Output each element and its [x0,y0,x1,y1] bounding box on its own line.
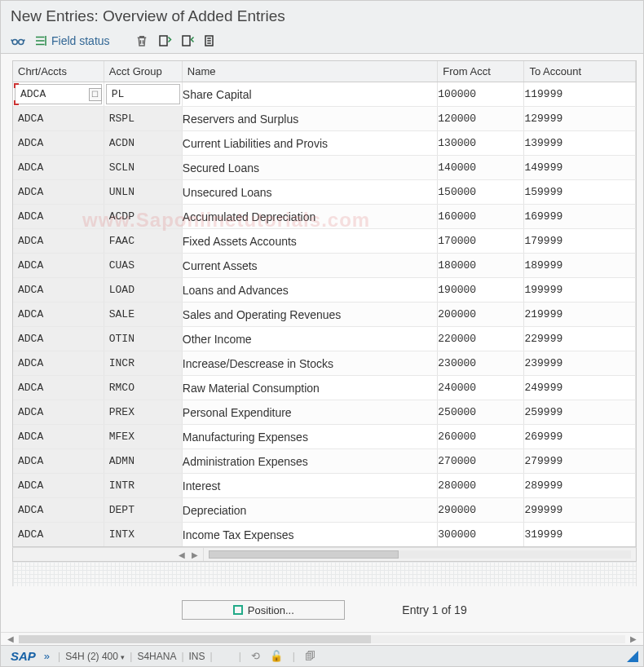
acct-group-input[interactable] [104,254,182,277]
name-cell[interactable]: Reservers and Surplus [182,107,437,131]
from-acct-cell[interactable]: 160000 [438,205,524,229]
to-account-cell[interactable]: 179999 [524,229,636,254]
acct-group-input[interactable] [104,303,182,326]
name-cell[interactable]: Raw Material Consumption [182,376,437,400]
chrt-accts-input[interactable] [13,254,104,277]
from-acct-cell[interactable]: 280000 [438,474,524,498]
acct-group-input[interactable] [104,107,182,130]
to-account-cell[interactable]: 279999 [524,449,636,474]
to-account-cell[interactable]: 319999 [524,523,636,547]
col-name[interactable]: Name [182,61,437,82]
from-acct-cell[interactable]: 130000 [438,131,524,156]
chrt-accts-input[interactable] [13,498,104,522]
refresh-icon[interactable]: ⟲ [251,650,260,662]
select-all-button[interactable] [157,33,172,48]
chrt-accts-input[interactable] [13,278,104,302]
to-account-cell[interactable]: 199999 [524,278,636,303]
acct-group-input[interactable] [104,351,182,375]
acct-group-input[interactable] [104,523,182,546]
chrt-accts-input[interactable] [13,303,104,326]
window-scroll-thumb[interactable] [19,635,371,643]
table-row[interactable]: Current Assets180000189999 [13,254,636,278]
col-to-account[interactable]: To Account [524,61,636,82]
col-from-acct[interactable]: From Acct [438,61,524,82]
chrt-accts-input[interactable] [13,180,104,204]
chrt-accts-input[interactable] [13,131,104,155]
chrt-accts-input[interactable] [13,449,104,473]
table-scroll-thumb[interactable] [209,550,399,559]
from-acct-cell[interactable]: 120000 [438,107,524,131]
table-row[interactable]: Unsecured Loans150000159999 [13,180,636,205]
glasses-button[interactable] [11,33,25,48]
chrt-accts-input[interactable] [13,474,104,497]
name-cell[interactable]: Share Capital [182,82,437,107]
to-account-cell[interactable]: 139999 [524,131,636,156]
from-acct-cell[interactable]: 140000 [438,156,524,180]
acct-group-input[interactable] [104,425,182,448]
chrt-accts-input[interactable] [13,400,104,424]
table-row[interactable]: Administration Expenses270000279999 [13,449,636,474]
note-icon[interactable]: 🗐 [305,650,315,662]
acct-group-input[interactable] [106,84,180,104]
name-cell[interactable]: Unsecured Loans [182,180,437,205]
to-account-cell[interactable]: 269999 [524,425,636,449]
to-account-cell[interactable]: 299999 [524,498,636,523]
window-scroll-right-icon[interactable]: ▶ [627,634,640,643]
name-cell[interactable]: Administration Expenses [182,449,437,474]
table-row[interactable]: Loans and Advances190000199999 [13,278,636,303]
acct-group-input[interactable] [104,131,182,155]
table-row[interactable]: Accumulated Depreciation160000169999 [13,205,636,229]
table-row[interactable]: Increase/Descrease in Stocks230000239999 [13,351,636,376]
chrt-accts-input[interactable] [13,156,104,179]
table-row[interactable]: ☐Share Capital100000119999 [13,82,636,107]
f4-help-icon[interactable]: ☐ [89,88,102,101]
resize-grip-icon[interactable] [627,651,638,662]
to-account-cell[interactable]: 189999 [524,254,636,278]
name-cell[interactable]: Fixed Assets Accounts [182,229,437,254]
name-cell[interactable]: Secured Loans [182,156,437,180]
to-account-cell[interactable]: 229999 [524,327,636,351]
chrt-accts-input[interactable] [13,351,104,375]
name-cell[interactable]: Current Liabilities and Provis [182,131,437,156]
table-row[interactable]: Secured Loans140000149999 [13,156,636,180]
name-cell[interactable]: Accumulated Depreciation [182,205,437,229]
acct-group-input[interactable] [104,474,182,497]
chrt-accts-input[interactable] [13,425,104,448]
table-row[interactable]: Income Tax Expenses300000319999 [13,523,636,547]
table-horizontal-scrollbar[interactable]: ◀ ▶ [12,547,637,562]
name-cell[interactable]: Sales and Operating Revenues [182,303,437,327]
to-account-cell[interactable]: 289999 [524,474,636,498]
to-account-cell[interactable]: 149999 [524,156,636,180]
to-account-cell[interactable]: 119999 [524,82,636,107]
configure-button[interactable] [203,33,218,48]
to-account-cell[interactable]: 169999 [524,205,636,229]
chrt-accts-input[interactable] [13,107,104,130]
to-account-cell[interactable]: 219999 [524,303,636,327]
name-cell[interactable]: Depreciation [182,498,437,523]
from-acct-cell[interactable]: 230000 [438,351,524,376]
from-acct-cell[interactable]: 300000 [438,523,524,547]
from-acct-cell[interactable]: 180000 [438,254,524,278]
chrt-accts-input[interactable] [13,205,104,228]
status-system[interactable]: S4H (2) 400 ▾ [65,651,125,662]
acct-group-input[interactable] [104,498,182,522]
col-chrt-accts[interactable]: Chrt/Accts [13,61,104,82]
acct-group-input[interactable] [104,205,182,228]
name-cell[interactable]: Manufacturing Expenses [182,425,437,449]
chrt-accts-input[interactable] [13,229,104,253]
window-scroll-left-icon[interactable]: ◀ [4,634,17,643]
name-cell[interactable]: Personal Expenditure [182,400,437,425]
chrt-accts-input[interactable] [13,376,104,400]
from-acct-cell[interactable]: 260000 [438,425,524,449]
from-acct-cell[interactable]: 270000 [438,449,524,474]
name-cell[interactable]: Income Tax Expenses [182,523,437,547]
from-acct-cell[interactable]: 240000 [438,376,524,400]
from-acct-cell[interactable]: 200000 [438,303,524,327]
chrt-accts-input[interactable] [13,523,104,546]
to-account-cell[interactable]: 159999 [524,180,636,205]
acct-group-input[interactable] [104,449,182,473]
window-horizontal-scrollbar[interactable]: ◀ ▶ [1,632,643,645]
name-cell[interactable]: Other Income [182,327,437,351]
from-acct-cell[interactable]: 290000 [438,498,524,523]
name-cell[interactable]: Interest [182,474,437,498]
